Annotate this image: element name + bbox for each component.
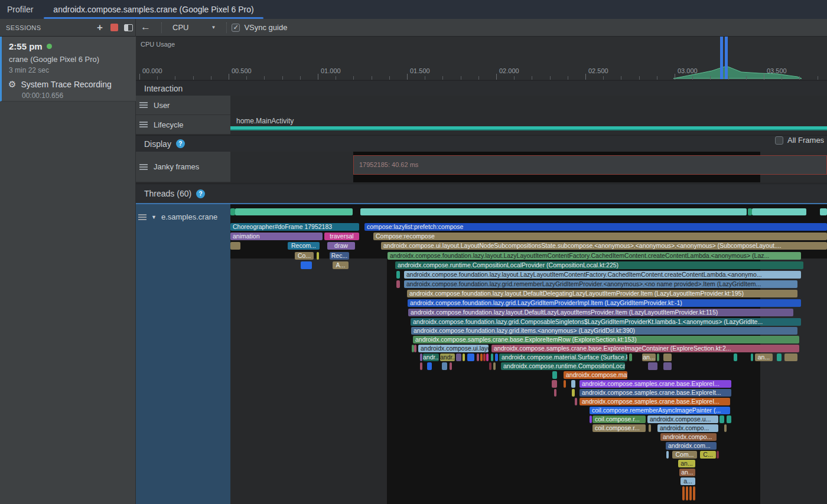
vsync-checkbox[interactable]: ✓: [232, 24, 240, 32]
help-icon[interactable]: ?: [196, 189, 205, 198]
drag-handle-icon[interactable]: [139, 122, 148, 127]
trace-span[interactable]: [489, 362, 491, 370]
trace-span[interactable]: [491, 354, 493, 361]
trace-span[interactable]: [235, 208, 353, 215]
trace-span[interactable]: [427, 362, 432, 370]
trace-span[interactable]: androidx.compose.foundation.lazy.grid.it…: [411, 327, 797, 335]
lifecycle-activity-bar[interactable]: [230, 126, 827, 130]
trace-span[interactable]: androidx.compose.samples.crane.base.Expl…: [579, 389, 731, 397]
trace-span[interactable]: [477, 354, 479, 361]
trace-span[interactable]: [396, 271, 400, 279]
trace-span[interactable]: androidx.compose.ui.layout.m...: [418, 345, 489, 352]
expand-arrow-icon[interactable]: ▼: [151, 214, 157, 220]
user-track[interactable]: [230, 96, 827, 115]
trace-span[interactable]: [727, 415, 731, 423]
trace-span[interactable]: [495, 354, 498, 361]
trace-span[interactable]: compose:lazylist:prefetch:compose: [364, 223, 827, 231]
trace-span[interactable]: [590, 415, 592, 423]
trace-span[interactable]: [686, 486, 688, 500]
trace-span[interactable]: Choreographer#doFrame 17952183: [230, 223, 359, 231]
trace-span[interactable]: [483, 354, 486, 361]
trace-span[interactable]: androidx.compose.foundation.lazy.layout.…: [388, 252, 801, 260]
drag-handle-icon[interactable]: [139, 102, 148, 108]
all-frames-toggle[interactable]: ✓ All Frames: [775, 136, 824, 145]
trace-span[interactable]: androidx.compose.material.Surface.<anony…: [564, 371, 627, 379]
trace-span[interactable]: [724, 424, 727, 432]
trace-span[interactable]: [734, 354, 737, 361]
trace-span[interactable]: androidx.compose.runtime.CompositionLoca…: [501, 362, 625, 370]
flame-chart[interactable]: Choreographer#doFrame 17952183compose:la…: [230, 204, 827, 504]
trace-span[interactable]: Rec...: [330, 252, 349, 260]
trace-span[interactable]: [719, 415, 724, 423]
add-session-button[interactable]: +: [93, 21, 107, 35]
trace-span[interactable]: andr...: [423, 354, 439, 361]
trace-span[interactable]: coil.compose.rememberAsyncImagePainter (…: [590, 407, 730, 414]
trace-span[interactable]: an...: [642, 354, 656, 361]
drag-handle-icon[interactable]: [139, 164, 148, 170]
trace-span[interactable]: androidx.compose.samples.crane.base.Expl…: [579, 380, 731, 388]
trace-span[interactable]: A...: [333, 261, 349, 269]
trace-span[interactable]: [317, 252, 319, 260]
trace-span[interactable]: [663, 354, 672, 361]
user-track-label[interactable]: User: [136, 96, 230, 115]
cpu-usage-track[interactable]: CPU Usage 00.00000.50001.00001.50002.000…: [136, 37, 827, 80]
trace-span[interactable]: androidx.compose.samples.crane.base.Expl…: [491, 345, 799, 352]
trace-span[interactable]: [752, 208, 806, 215]
trace-span[interactable]: draw: [327, 242, 355, 250]
trace-span[interactable]: [301, 261, 312, 269]
trace-span[interactable]: [442, 362, 447, 370]
trace-span[interactable]: [360, 208, 747, 215]
back-button[interactable]: ←: [136, 21, 157, 34]
trace-span[interactable]: [456, 354, 461, 361]
janky-frames-track[interactable]: 17952185: 40.62 ms: [230, 152, 827, 182]
drag-handle-icon[interactable]: [138, 214, 146, 220]
trace-span[interactable]: androidx.compose.runtime.CompositionLoca…: [395, 261, 803, 269]
trace-span[interactable]: [575, 398, 577, 405]
trace-span[interactable]: an...: [755, 354, 773, 361]
trace-span[interactable]: androidx.compose.foundation.lazy.grid.Co…: [411, 318, 801, 326]
trace-span[interactable]: [663, 362, 672, 370]
trace-span[interactable]: Recom...: [288, 242, 320, 250]
collapse-panel-button[interactable]: [121, 21, 135, 35]
trace-span[interactable]: androidx.compose.foundation.lazy.layout.…: [404, 271, 801, 279]
trace-span[interactable]: androidx.compose.foundation.lazy.layout.…: [408, 309, 793, 316]
trace-span[interactable]: an...: [678, 460, 695, 467]
trace-span[interactable]: androidx.compose.foundation.lazy.layout.…: [407, 290, 797, 297]
trace-span[interactable]: a...: [681, 477, 695, 485]
trace-span[interactable]: [486, 354, 489, 361]
trace-span[interactable]: C...: [700, 451, 716, 459]
vsync-guide-toggle[interactable]: ✓ VSync guide: [232, 23, 287, 32]
trace-span[interactable]: [777, 354, 782, 361]
trace-span[interactable]: androidx.compose.ui.layout.LayoutNodeSub…: [381, 242, 827, 250]
trace-span[interactable]: [689, 486, 692, 500]
trace-span[interactable]: [493, 362, 496, 370]
trace-span[interactable]: androidx.compose.material.Surface (Surfa…: [499, 354, 627, 361]
trace-span[interactable]: [572, 389, 575, 397]
trace-span[interactable]: [629, 354, 632, 361]
trace-span[interactable]: [649, 424, 651, 432]
trace-span[interactable]: androidx.compose.foundation.lazy.grid.re…: [404, 280, 797, 288]
trace-span[interactable]: [666, 451, 669, 459]
lifecycle-track[interactable]: home.MainActivity: [230, 115, 827, 135]
trace-span[interactable]: [396, 280, 400, 288]
trace-span[interactable]: androidx.compose.foundation.lazy.grid.La…: [408, 299, 801, 307]
trace-span[interactable]: [552, 380, 557, 388]
trace-span[interactable]: [414, 345, 416, 352]
trace-span[interactable]: [820, 208, 827, 215]
stop-recording-button[interactable]: [107, 21, 121, 35]
janky-frame-bar[interactable]: 17952185: 40.62 ms: [353, 155, 827, 175]
lifecycle-track-label[interactable]: Lifecycle: [136, 115, 230, 135]
trace-span[interactable]: androidx.compose.samples.crane.base.Expl…: [579, 398, 730, 405]
trace-span[interactable]: [748, 208, 752, 215]
trace-span[interactable]: [682, 486, 685, 500]
trace-span[interactable]: [230, 208, 235, 215]
trace-span[interactable]: Compose:recompose: [373, 233, 827, 240]
trace-span[interactable]: [693, 486, 695, 500]
trace-span[interactable]: [751, 354, 753, 361]
profiler-type-dropdown[interactable]: CPU ▼: [167, 23, 222, 32]
trace-span[interactable]: [657, 354, 659, 361]
trace-span[interactable]: [420, 362, 422, 370]
thread-row-label[interactable]: ▼ e.samples.crane: [136, 204, 230, 504]
trace-span[interactable]: [450, 362, 452, 370]
janky-frames-track-label[interactable]: Janky frames: [136, 152, 230, 182]
